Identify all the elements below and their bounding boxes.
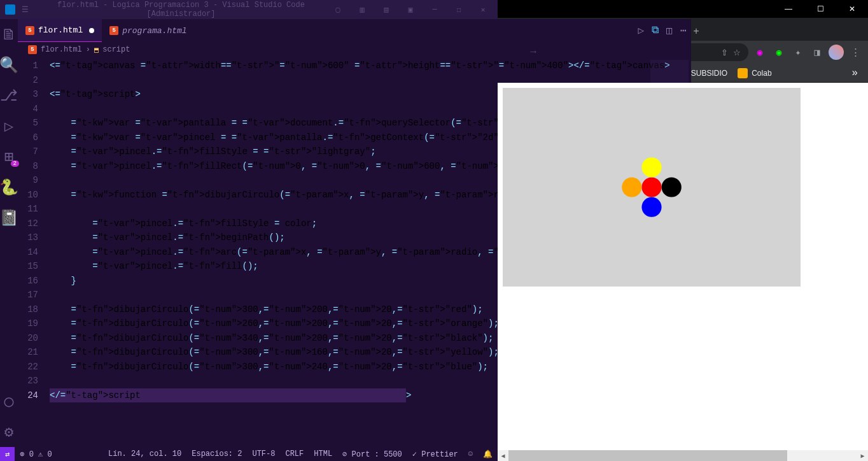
scroll-left-icon[interactable]: ◀ xyxy=(498,450,508,461)
python-icon[interactable]: 🐍 xyxy=(0,178,18,196)
window-controls: ▢ ▥ ▤ ▣ — ☐ ✕ xyxy=(328,5,493,15)
tab-label: flor.html xyxy=(38,25,83,35)
breadcrumb-symbol[interactable]: script xyxy=(102,45,130,54)
breadcrumb[interactable]: 5 flor.html › ⬒ script xyxy=(18,42,691,57)
more-actions-icon[interactable]: ⋯ xyxy=(680,24,687,37)
side-panel-icon[interactable]: ◨ xyxy=(809,45,825,60)
status-prettier[interactable]: ✓ Prettier xyxy=(407,450,463,459)
chrome-frame-controls: — ☐ ✕ xyxy=(498,0,868,18)
profile-avatar[interactable] xyxy=(829,45,844,60)
layout-icon-3[interactable]: ▤ xyxy=(377,5,396,15)
chevron-right-icon: › xyxy=(86,45,90,54)
html5-icon: 5 xyxy=(28,45,37,54)
minimize-button[interactable]: — xyxy=(773,0,804,18)
layout-icon-1[interactable]: ▢ xyxy=(328,5,347,15)
menu-toggle-icon[interactable]: ☰ xyxy=(22,5,29,15)
status-feedback-icon[interactable]: ☺ xyxy=(463,450,478,458)
main-area: 🗎 🔍 ⎇ ▷ ⊞2 🐍 📓 ◯ ⚙ 5 flor.html 5 pr xyxy=(0,19,498,447)
extensions-puzzle-icon[interactable]: ✦ xyxy=(790,45,806,60)
status-spaces[interactable]: Espacios: 2 xyxy=(186,450,247,458)
preview-icon[interactable]: ⧉ xyxy=(652,24,659,37)
editor-actions: ▷ ⧉ ◫ ⋯ xyxy=(638,24,686,37)
status-lang[interactable]: HTML xyxy=(309,450,337,458)
page-viewport[interactable] xyxy=(498,83,868,450)
titlebar: ☰ flor.html - Logica Programacion 3 - Vi… xyxy=(0,0,498,19)
html5-icon: 5 xyxy=(109,26,118,35)
status-encoding[interactable]: UTF-8 xyxy=(247,450,280,458)
dirty-indicator-icon xyxy=(89,28,94,33)
close-button[interactable]: ✕ xyxy=(473,5,493,15)
notebook-icon[interactable]: 📓 xyxy=(0,209,18,227)
close-button[interactable]: ✕ xyxy=(836,0,868,18)
share-icon[interactable]: ⇧ xyxy=(721,48,728,57)
status-cursor[interactable]: Lín. 24, col. 10 xyxy=(103,450,186,458)
status-bell-icon[interactable]: 🔔 xyxy=(478,450,498,459)
source-control-icon[interactable]: ⎇ xyxy=(0,87,18,104)
line-gutter: 123456789101112131415161718192021222324 xyxy=(18,57,50,447)
maximize-button[interactable]: ☐ xyxy=(449,5,468,15)
script-icon: ⬒ xyxy=(94,45,99,55)
maximize-button[interactable]: ☐ xyxy=(804,0,836,18)
run-icon[interactable]: ▷ xyxy=(638,24,644,37)
status-eol[interactable]: CRLF xyxy=(280,450,309,458)
tab-programa-html[interactable]: 5 programa.html xyxy=(102,19,194,42)
star-icon[interactable]: ☆ xyxy=(733,48,741,57)
activity-bar: 🗎 🔍 ⎇ ▷ ⊞2 🐍 📓 ◯ ⚙ xyxy=(0,19,18,447)
remote-indicator[interactable]: ⇄ xyxy=(0,447,15,461)
bookmark-colab[interactable]: Colab xyxy=(738,68,771,78)
window-title: flor.html - Logica Programacion 3 - Visu… xyxy=(34,1,328,18)
scroll-track[interactable] xyxy=(508,450,857,461)
account-icon[interactable]: ◯ xyxy=(0,392,18,410)
ext-icon-1[interactable]: ◉ xyxy=(752,45,767,60)
html5-icon: 5 xyxy=(25,26,34,35)
extensions-icon[interactable]: ⊞2 xyxy=(0,148,18,166)
bookmark-icon xyxy=(738,68,748,78)
run-debug-icon[interactable]: ▷ xyxy=(0,117,18,135)
bookmarks-overflow-icon[interactable]: » xyxy=(846,67,863,79)
scroll-right-icon[interactable]: ▶ xyxy=(857,450,868,461)
status-port[interactable]: ⊘ Port : 5500 xyxy=(337,450,407,459)
chrome-menu-icon[interactable]: ⋮ xyxy=(848,45,863,60)
tab-flor-html[interactable]: 5 flor.html xyxy=(18,19,102,42)
editor-tabs: 5 flor.html 5 programa.html ▷ ⧉ ◫ ⋯ xyxy=(18,19,691,42)
breadcrumb-file[interactable]: flor.html xyxy=(41,45,82,54)
layout-icon-2[interactable]: ▥ xyxy=(353,5,372,15)
vscode-logo-icon xyxy=(5,4,15,15)
search-icon[interactable]: 🔍 xyxy=(0,56,18,74)
status-bar: ⇄ ⊗ 0 ⚠ 0 Lín. 24, col. 10 Espacios: 2 U… xyxy=(0,447,498,461)
layout-icon-4[interactable]: ▣ xyxy=(401,5,420,15)
flower-canvas xyxy=(503,88,801,287)
tab-label: programa.html xyxy=(122,26,186,36)
split-editor-icon[interactable]: ◫ xyxy=(666,24,673,37)
scroll-thumb[interactable] xyxy=(508,450,787,461)
horizontal-scrollbar[interactable]: ◀ ▶ xyxy=(498,450,868,461)
ext-icon-2[interactable]: ◉ xyxy=(771,45,787,60)
settings-gear-icon[interactable]: ⚙ xyxy=(0,423,18,441)
vscode-window: ☰ flor.html - Logica Programacion 3 - Vi… xyxy=(0,0,498,461)
bookmark-label: Colab xyxy=(752,69,771,78)
status-errors[interactable]: ⊗ 0 ⚠ 0 xyxy=(15,450,57,459)
explorer-icon[interactable]: 🗎 xyxy=(0,25,18,43)
forward-button[interactable]: → xyxy=(524,43,542,61)
minimize-button[interactable]: — xyxy=(425,5,444,15)
